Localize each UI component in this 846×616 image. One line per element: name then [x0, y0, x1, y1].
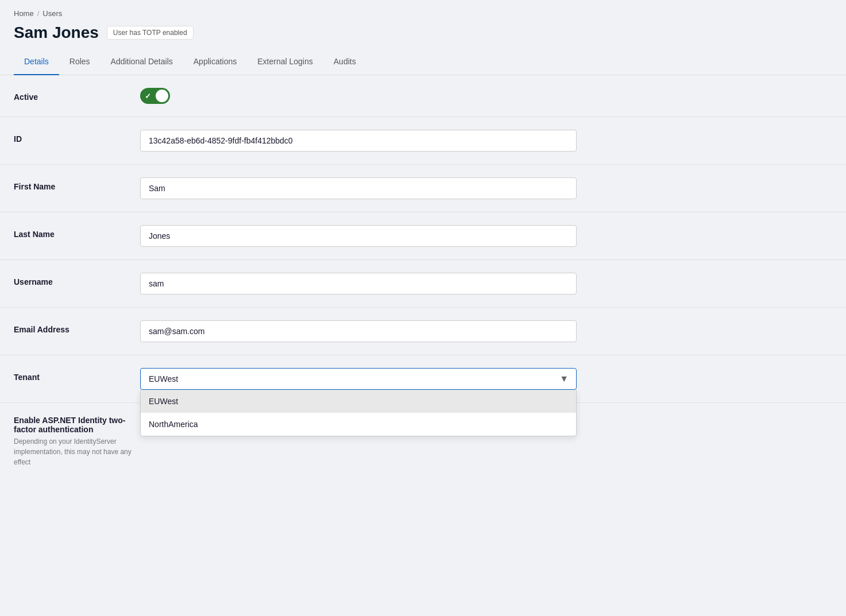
tab-additional-details[interactable]: Additional Details	[101, 49, 183, 75]
twofa-title: Enable ASP.NET Identity two-factor authe…	[14, 416, 140, 434]
tenant-dropdown[interactable]: EUWest	[140, 368, 577, 390]
active-label: Active	[14, 88, 140, 102]
tabs-bar: Details Roles Additional Details Applica…	[0, 49, 846, 75]
toggle-thumb	[156, 90, 168, 102]
email-row: Email Address	[0, 308, 846, 355]
username-label: Username	[14, 273, 140, 286]
breadcrumb-home[interactable]: Home	[14, 9, 34, 18]
last-name-input[interactable]	[140, 225, 577, 247]
page-header: Sam Jones User has TOTP enabled	[0, 24, 846, 49]
tenant-control: EUWest ▼ EUWest NorthAmerica	[140, 368, 588, 390]
breadcrumb-separator: /	[37, 9, 40, 18]
twofa-desc: Depending on your IdentityServer impleme…	[14, 436, 140, 467]
page-wrapper: Home / Users Sam Jones User has TOTP ena…	[0, 0, 846, 616]
page-title: Sam Jones	[14, 24, 99, 42]
first-name-row: First Name	[0, 165, 846, 212]
totp-badge: User has TOTP enabled	[107, 26, 194, 40]
first-name-label: First Name	[14, 177, 140, 191]
tab-audits[interactable]: Audits	[323, 49, 366, 75]
tenant-label: Tenant	[14, 368, 140, 382]
last-name-control	[140, 225, 588, 247]
active-control: ✓	[140, 88, 588, 104]
last-name-row: Last Name	[0, 212, 846, 260]
tenant-option-euwest[interactable]: EUWest	[141, 390, 576, 413]
tab-external-logins[interactable]: External Logins	[247, 49, 323, 75]
last-name-label: Last Name	[14, 225, 140, 239]
toggle-track: ✓	[140, 88, 170, 104]
first-name-input[interactable]	[140, 177, 577, 199]
breadcrumb-users[interactable]: Users	[43, 9, 62, 18]
email-input[interactable]	[140, 320, 577, 342]
username-row: Username	[0, 260, 846, 308]
twofa-label-block: Enable ASP.NET Identity two-factor authe…	[14, 416, 140, 467]
active-row: Active ✓	[0, 75, 846, 117]
username-control	[140, 273, 588, 295]
tab-roles[interactable]: Roles	[59, 49, 101, 75]
toggle-wrapper: ✓	[140, 88, 588, 104]
email-control	[140, 320, 588, 342]
id-label: ID	[14, 130, 140, 144]
first-name-control	[140, 177, 588, 199]
id-row: ID	[0, 117, 846, 165]
id-control	[140, 130, 588, 152]
tab-applications[interactable]: Applications	[183, 49, 248, 75]
toggle-check-icon: ✓	[145, 92, 151, 100]
id-input[interactable]	[140, 130, 577, 152]
top-bar: Home / Users	[0, 0, 846, 18]
tenant-options: EUWest NorthAmerica	[140, 390, 577, 436]
breadcrumb: Home / Users	[14, 9, 832, 18]
active-toggle[interactable]: ✓	[140, 88, 170, 104]
content-area: Active ✓ ID First Name	[0, 75, 846, 480]
username-input[interactable]	[140, 273, 577, 295]
email-label: Email Address	[14, 320, 140, 334]
tenant-row: Tenant EUWest ▼ EUWest NorthAmerica	[0, 355, 846, 403]
tenant-option-northamerica[interactable]: NorthAmerica	[141, 413, 576, 436]
tab-details[interactable]: Details	[14, 49, 59, 75]
tenant-dropdown-wrapper: EUWest ▼ EUWest NorthAmerica	[140, 368, 577, 390]
